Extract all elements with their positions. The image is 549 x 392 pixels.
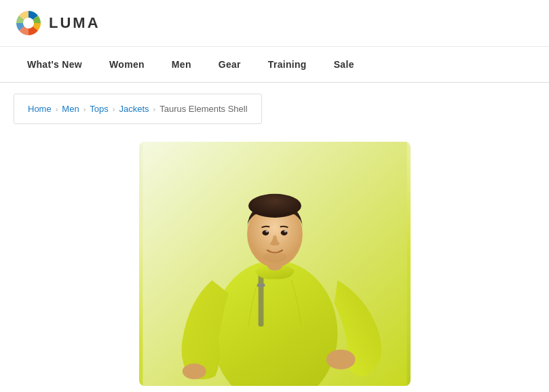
logo-text: LUMA [49, 14, 100, 32]
svg-rect-4 [258, 274, 263, 327]
nav-link-whats-new[interactable]: What's New [14, 47, 96, 82]
breadcrumb-wrapper: Home › Men › Tops › Jackets › Taurus Ele… [14, 94, 262, 124]
svg-point-13 [263, 252, 286, 262]
nav-item-men[interactable]: Men [158, 47, 205, 82]
breadcrumb-separator-2: › [83, 105, 86, 113]
svg-point-12 [284, 231, 286, 233]
nav-link-women[interactable]: Women [96, 47, 158, 82]
breadcrumb-jackets[interactable]: Jackets [119, 104, 149, 114]
breadcrumb-home[interactable]: Home [28, 104, 52, 114]
breadcrumb-tops[interactable]: Tops [90, 104, 108, 114]
product-image-section [0, 135, 549, 392]
site-header: LUMA [0, 0, 549, 47]
breadcrumb-current: Taurus Elements Shell [159, 104, 247, 114]
svg-rect-5 [257, 283, 265, 287]
nav-item-training[interactable]: Training [254, 47, 320, 82]
nav-link-men[interactable]: Men [158, 47, 205, 82]
breadcrumb-separator-4: › [153, 105, 156, 113]
nav-item-gear[interactable]: Gear [205, 47, 254, 82]
breadcrumb-men[interactable]: Men [62, 104, 79, 114]
nav-link-training[interactable]: Training [254, 47, 320, 82]
svg-point-15 [182, 364, 206, 379]
breadcrumb-separator-1: › [56, 105, 58, 113]
svg-point-11 [265, 231, 268, 233]
main-nav: What's New Women Men Gear Training Sale [0, 47, 549, 83]
nav-item-women[interactable]: Women [96, 47, 158, 82]
svg-point-8 [248, 194, 301, 218]
product-image [139, 142, 411, 386]
breadcrumb-separator-3: › [113, 105, 115, 113]
breadcrumb: Home › Men › Tops › Jackets › Taurus Ele… [28, 104, 248, 114]
nav-item-sale[interactable]: Sale [320, 47, 368, 82]
nav-item-whats-new[interactable]: What's New [14, 47, 96, 82]
nav-link-gear[interactable]: Gear [205, 47, 254, 82]
svg-point-1 [23, 18, 34, 28]
nav-link-sale[interactable]: Sale [320, 47, 368, 82]
svg-point-14 [326, 349, 355, 369]
logo[interactable]: LUMA [14, 8, 100, 38]
luma-logo-icon [14, 8, 43, 38]
product-image-svg [139, 142, 411, 386]
